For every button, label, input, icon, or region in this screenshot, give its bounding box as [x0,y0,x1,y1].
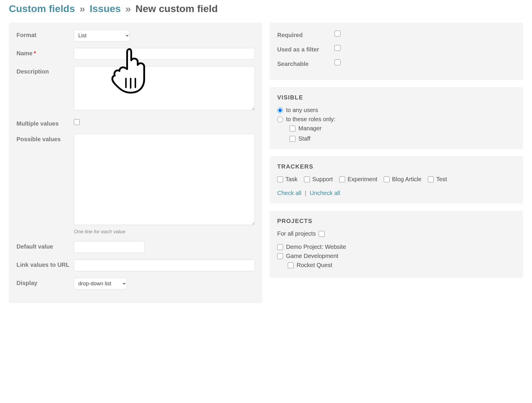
multiple-values-label: Multiple values [16,118,74,127]
description-textarea[interactable] [74,66,255,110]
tracker-task-checkbox[interactable] [277,176,283,182]
required-label: Required [277,30,335,39]
format-label: Format [16,30,74,39]
tracker-test-checkbox[interactable] [428,176,434,182]
name-label: Name* [16,48,74,57]
visible-roles-radio[interactable] [277,116,283,122]
project-game-development-label: Game Development [286,253,338,259]
breadcrumb-custom-fields[interactable]: Custom fields [9,3,75,14]
description-label: Description [16,66,74,75]
project-rocket-quest-label: Rocket Quest [297,262,332,269]
role-staff-label: Staff [298,135,310,142]
possible-values-hint: One line for each value [74,227,255,235]
possible-values-textarea[interactable] [74,134,255,225]
visible-heading: VISIBLE [277,94,516,101]
name-input[interactable] [74,48,255,60]
link-values-label: Link values to URL [16,259,74,269]
display-label: Display [16,278,74,287]
used-as-filter-label: Used as a filter [277,44,335,53]
project-demo-website-label: Demo Project: Website [286,244,346,250]
default-value-input[interactable] [74,241,144,253]
tracker-blog-article-label: Blog Article [392,176,421,183]
used-as-filter-checkbox[interactable] [335,45,340,51]
projects-heading: PROJECTS [277,218,516,224]
role-manager-checkbox[interactable] [290,126,295,131]
required-asterisk-icon: * [32,50,36,56]
role-staff-checkbox[interactable] [290,136,295,142]
role-manager-label: Manager [298,125,322,132]
multiple-values-checkbox[interactable] [74,119,80,125]
tracker-experiment-checkbox[interactable] [339,176,345,182]
visible-any-radio[interactable] [277,107,283,113]
visible-any-label: to any users [286,107,318,114]
project-demo-website-checkbox[interactable] [277,244,283,250]
format-select[interactable]: List [74,30,130,41]
link-values-input[interactable] [74,259,255,271]
uncheck-all-link[interactable]: Uncheck all [310,190,340,196]
link-divider: | [303,190,308,196]
tracker-task-label: Task [285,176,297,183]
for-all-projects-checkbox[interactable] [319,231,325,237]
breadcrumb-issues[interactable]: Issues [90,3,121,14]
tracker-test-label: Test [436,176,447,183]
tracker-support-checkbox[interactable] [304,176,310,182]
tracker-support-label: Support [312,176,333,183]
for-all-projects-label: For all projects [277,230,316,237]
visible-roles-label: to these roles only: [286,116,335,123]
breadcrumb-sep-icon: » [78,3,87,14]
tracker-experiment-label: Experiment [348,176,377,183]
searchable-checkbox[interactable] [335,59,340,65]
display-select[interactable]: drop-down list [74,278,127,289]
searchable-label: Searchable [277,59,335,68]
tracker-blog-article-checkbox[interactable] [384,176,390,182]
trackers-heading: TRACKERS [277,163,516,170]
default-value-label: Default value [16,241,74,250]
breadcrumb: Custom fields » Issues » New custom fiel… [9,3,523,14]
breadcrumb-sep-icon: » [124,3,133,14]
check-all-link[interactable]: Check all [277,190,301,196]
required-checkbox[interactable] [335,31,340,36]
project-rocket-quest-checkbox[interactable] [288,262,294,268]
project-game-development-checkbox[interactable] [277,253,283,259]
page-title: New custom field [135,3,218,14]
possible-values-label: Possible values [16,134,74,143]
